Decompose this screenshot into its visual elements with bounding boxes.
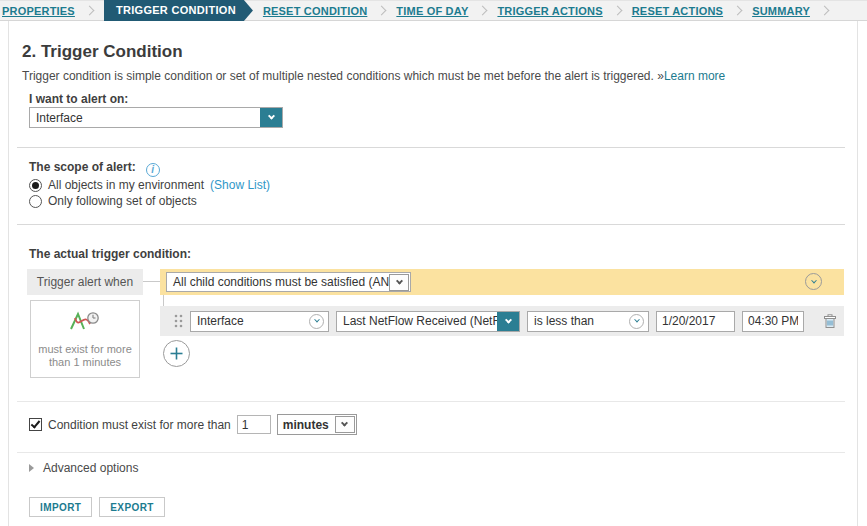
operator-value: is less than xyxy=(528,314,629,328)
scope-option-set-of-objects: Only following set of objects xyxy=(29,194,197,208)
trigger-alert-when-box: Trigger alert when xyxy=(27,269,143,295)
chevron-down-icon[interactable] xyxy=(629,314,644,329)
dropdown-button[interactable] xyxy=(335,416,355,433)
alert-on-value: Interface xyxy=(30,111,260,125)
dropdown-button[interactable] xyxy=(260,108,282,127)
radio-selected[interactable] xyxy=(29,179,42,192)
dropdown-button[interactable] xyxy=(497,312,519,331)
chevron-separator-icon xyxy=(733,6,743,16)
duration-note-line1: must exist for more xyxy=(31,343,139,356)
condition-duration-box: must exist for more than 1 minutes xyxy=(30,300,140,378)
chevron-down-icon[interactable] xyxy=(309,314,324,329)
drag-handle-icon[interactable] xyxy=(174,314,183,328)
condition-row: Interface Last NetFlow Received (NetFlow… xyxy=(160,306,844,336)
exist-label: Condition must exist for more than xyxy=(48,418,231,432)
exist-unit-select[interactable]: minutes xyxy=(277,414,357,435)
description-text: Trigger condition is simple condition or… xyxy=(22,69,664,83)
trigger-section-label: The actual trigger condition: xyxy=(29,247,191,261)
panel-left-border xyxy=(8,21,9,526)
step-time-of-day[interactable]: TIME OF DAY xyxy=(396,5,468,17)
chevron-separator-icon xyxy=(377,6,387,16)
step-properties[interactable]: PROPERTIES xyxy=(2,5,75,17)
scope-option-label: All objects in my environment xyxy=(48,178,204,192)
entity-value: Interface xyxy=(191,314,309,328)
exist-value-input[interactable] xyxy=(237,415,271,434)
radio-unselected[interactable] xyxy=(29,195,42,208)
step-summary[interactable]: SUMMARY xyxy=(752,5,810,17)
add-condition-button[interactable] xyxy=(163,340,190,367)
info-icon[interactable]: i xyxy=(146,163,160,177)
step-reset-condition[interactable]: RESET CONDITION xyxy=(263,5,367,17)
group-logic-value: All child conditions must be satisfied (… xyxy=(167,275,389,289)
page-description: Trigger condition is simple condition or… xyxy=(22,69,725,83)
scope-label: The scope of alert: xyxy=(29,160,136,174)
exist-checkbox-checked[interactable] xyxy=(29,418,42,431)
collapse-group-button[interactable] xyxy=(805,273,822,290)
tree-connector xyxy=(143,281,160,282)
section-divider xyxy=(17,401,845,402)
chevron-down-icon xyxy=(267,113,274,120)
export-button[interactable]: EXPORT xyxy=(99,497,165,517)
scope-option-label: Only following set of objects xyxy=(48,194,197,208)
chevron-down-icon xyxy=(811,277,817,283)
import-button[interactable]: IMPORT xyxy=(29,497,92,517)
wizard-steps-bar: PROPERTIES TRIGGER CONDITION RESET CONDI… xyxy=(0,0,867,21)
panel-right-border xyxy=(857,21,858,526)
field-select[interactable]: Last NetFlow Received (NetFlow xyxy=(336,311,520,332)
alert-wizard-page: PROPERTIES TRIGGER CONDITION RESET CONDI… xyxy=(0,0,867,526)
operator-select[interactable]: is less than xyxy=(527,311,649,332)
chevron-down-icon xyxy=(504,316,511,323)
show-list-link[interactable]: (Show List) xyxy=(210,178,270,192)
chevron-down-icon xyxy=(341,420,348,427)
section-divider xyxy=(17,147,845,148)
chevron-separator-icon xyxy=(478,6,488,16)
page-title: 2. Trigger Condition xyxy=(22,42,183,62)
alert-on-label: I want to alert on: xyxy=(29,92,128,106)
chevron-separator-icon xyxy=(612,6,622,16)
condition-group-bar: All child conditions must be satisfied (… xyxy=(160,269,844,295)
section-divider xyxy=(17,452,845,453)
advanced-options-label: Advanced options xyxy=(43,461,138,475)
advanced-options-expander[interactable]: Advanced options xyxy=(29,461,138,475)
condition-exist-row: Condition must exist for more than minut… xyxy=(29,414,357,435)
scope-option-all-objects: All objects in my environment (Show List… xyxy=(29,178,270,192)
chevron-separator-icon xyxy=(84,6,94,16)
waveform-clock-icon xyxy=(67,309,103,334)
plus-icon xyxy=(170,347,183,360)
scope-header: The scope of alert:i xyxy=(29,157,160,177)
group-logic-select[interactable]: All child conditions must be satisfied (… xyxy=(166,272,411,292)
exist-unit-value: minutes xyxy=(278,418,334,432)
chevron-separator-icon xyxy=(820,6,830,16)
dropdown-button[interactable] xyxy=(389,274,409,291)
footer-buttons: IMPORT EXPORT xyxy=(29,497,165,517)
expander-triangle-icon xyxy=(29,464,34,472)
time-input[interactable] xyxy=(742,311,804,332)
step-trigger-condition-active[interactable]: TRIGGER CONDITION xyxy=(104,0,253,21)
step-reset-actions[interactable]: RESET ACTIONS xyxy=(632,5,723,17)
duration-note-line2: than 1 minutes xyxy=(31,356,139,369)
chevron-down-icon xyxy=(395,277,402,284)
date-input[interactable] xyxy=(656,311,735,332)
alert-on-select[interactable]: Interface xyxy=(29,107,283,128)
learn-more-link[interactable]: Learn more xyxy=(664,69,725,83)
delete-condition-button[interactable] xyxy=(823,314,837,329)
section-divider xyxy=(17,224,845,225)
entity-select[interactable]: Interface xyxy=(190,311,329,332)
step-trigger-actions[interactable]: TRIGGER ACTIONS xyxy=(497,5,602,17)
field-value: Last NetFlow Received (NetFlow xyxy=(337,314,497,328)
